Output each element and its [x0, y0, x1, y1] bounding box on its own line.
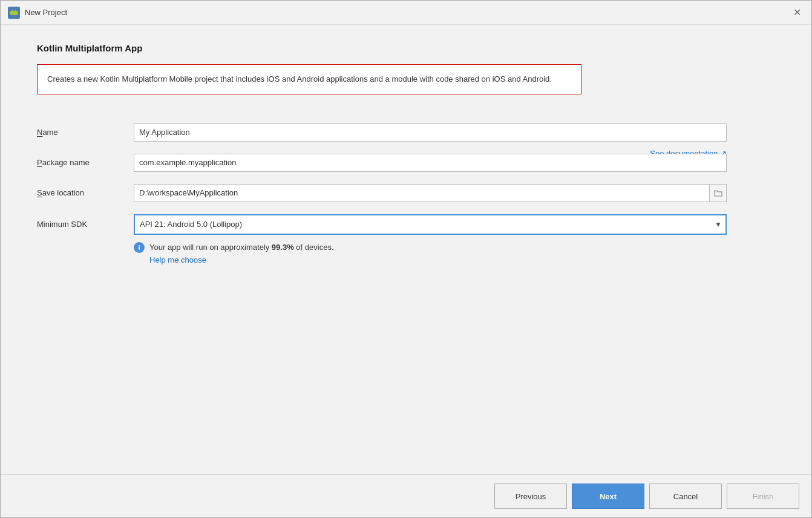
header-area: Kotlin Multiplatform App Creates a new K…	[37, 43, 775, 109]
save-location-wrapper	[134, 184, 727, 202]
footer: Previous Next Cancel Finish	[1, 474, 811, 517]
info-icon: i	[134, 242, 145, 253]
minimum-sdk-select[interactable]: API 21: Android 5.0 (Lollipop)API 22: An…	[134, 214, 727, 235]
header-left: Kotlin Multiplatform App Creates a new K…	[37, 43, 775, 109]
minimum-sdk-label: Minimum SDK	[37, 220, 134, 229]
package-name-row: Package name	[37, 154, 775, 172]
new-project-dialog: New Project ✕ Kotlin Multiplatform App C…	[0, 0, 812, 518]
info-row: i Your app will run on approximately 99.…	[134, 242, 775, 264]
browse-folder-button[interactable]	[710, 184, 727, 202]
svg-rect-0	[10, 11, 18, 15]
svg-rect-8	[15, 13, 16, 15]
coverage-percent: 99.3%	[272, 243, 294, 252]
window-title: New Project	[25, 8, 790, 17]
form-area: Name Package name Save location	[37, 123, 775, 264]
svg-rect-5	[10, 11, 11, 14]
package-name-input[interactable]	[134, 154, 727, 172]
previous-button[interactable]: Previous	[494, 484, 567, 509]
coverage-text: Your app will run on approximately 99.3%…	[149, 243, 334, 252]
name-label: Name	[37, 128, 134, 137]
project-type-title: Kotlin Multiplatform App	[37, 43, 775, 53]
save-location-input[interactable]	[134, 184, 710, 202]
svg-rect-7	[12, 13, 13, 15]
coverage-info: i Your app will run on approximately 99.…	[134, 242, 775, 253]
dialog-content: Kotlin Multiplatform App Creates a new K…	[1, 25, 811, 474]
package-name-label: Package name	[37, 158, 134, 167]
finish-button[interactable]: Finish	[727, 484, 799, 509]
description-box: Creates a new Kotlin Multiplatform Mobil…	[37, 64, 581, 94]
next-button[interactable]: Next	[572, 484, 644, 509]
save-location-row: Save location	[37, 184, 775, 202]
title-bar: New Project ✕	[1, 1, 811, 25]
save-location-label: Save location	[37, 188, 134, 197]
android-icon	[8, 7, 20, 19]
help-me-choose-link[interactable]: Help me choose	[149, 255, 775, 264]
svg-rect-6	[17, 11, 18, 14]
name-row: Name	[37, 123, 775, 142]
minimum-sdk-row: Minimum SDK API 21: Android 5.0 (Lollipo…	[37, 214, 775, 235]
cancel-button[interactable]: Cancel	[649, 484, 722, 509]
close-button[interactable]: ✕	[790, 5, 804, 20]
minimum-sdk-select-wrapper: API 21: Android 5.0 (Lollipop)API 22: An…	[134, 214, 727, 235]
name-input[interactable]	[134, 123, 727, 142]
